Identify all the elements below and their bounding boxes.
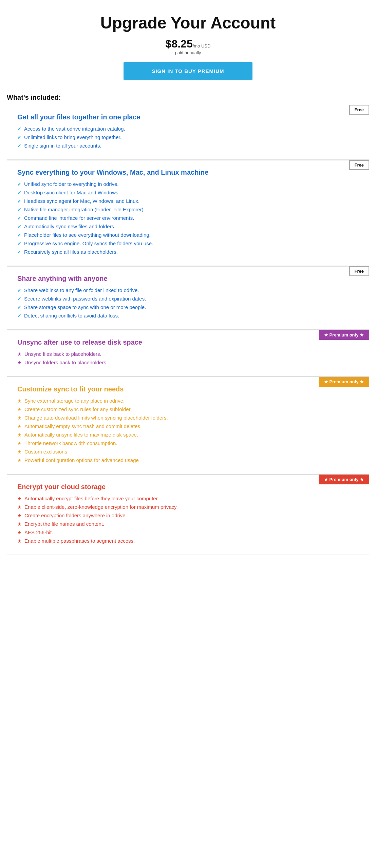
list-item: ✔Unified sync folder to everything in od… xyxy=(17,181,359,187)
feature-text: Native file manager integration (Finder,… xyxy=(24,207,145,212)
check-icon: ✔ xyxy=(17,207,21,212)
section-content-encrypt: Encrypt your cloud storage★Automatically… xyxy=(7,475,369,555)
check-icon: ✔ xyxy=(17,232,21,238)
list-item: ✔Automatically sync new files and folder… xyxy=(17,224,359,229)
star-icon: ★ xyxy=(17,513,22,518)
star-icon: ★ xyxy=(17,360,22,365)
section-encrypt: ★ Premium only ★Encrypt your cloud stora… xyxy=(7,475,369,555)
star-icon: ★ xyxy=(17,530,22,535)
list-item: ✔Desktop sync client for Mac and Windows… xyxy=(17,190,359,195)
feature-text: Headless sync agent for Mac, Windows, an… xyxy=(24,198,139,204)
section-content-share-anything: Share anything with anyone✔Share weblink… xyxy=(7,267,369,329)
feature-text: Recursively sync all files as placeholde… xyxy=(24,249,118,255)
star-icon: ★ xyxy=(17,441,22,446)
feature-list-encrypt: ★Automatically encrypt files before they… xyxy=(17,496,359,544)
feature-text: Placeholder files to see everything with… xyxy=(24,232,151,238)
feature-text: Desktop sync client for Mac and Windows. xyxy=(24,190,120,195)
feature-text: Progressive sync engine. Only syncs the … xyxy=(24,240,153,246)
check-icon: ✔ xyxy=(17,241,21,246)
section-heading-files-together: Get all your files together in one place xyxy=(17,113,359,121)
list-item: ★Powerful configuration options for adva… xyxy=(17,457,359,463)
feature-text: Automatically encrypt files before they … xyxy=(24,496,159,501)
cta-button[interactable]: SIGN IN TO BUY PREMIUM xyxy=(124,62,252,80)
section-content-customize-sync: Customize sync to fit your needs★Sync ex… xyxy=(7,377,369,474)
star-icon: ★ xyxy=(17,449,22,455)
feature-text: Throttle network bandwidth consumption. xyxy=(24,440,117,446)
check-icon: ✔ xyxy=(17,296,21,302)
star-icon: ★ xyxy=(17,458,22,463)
list-item: ★Create encryption folders anywhere in o… xyxy=(17,513,359,518)
whats-included-heading: What's included: xyxy=(7,94,369,101)
star-icon: ★ xyxy=(17,504,22,510)
check-icon: ✔ xyxy=(17,190,21,195)
list-item: ★Unsync folders back to placeholders. xyxy=(17,360,359,365)
check-icon: ✔ xyxy=(17,135,21,140)
sections-container: FreeGet all your files together in one p… xyxy=(7,105,369,555)
star-icon: ★ xyxy=(17,415,22,421)
section-badge-customize-sync: ★ Premium only ★ xyxy=(319,377,369,387)
section-files-together: FreeGet all your files together in one p… xyxy=(7,105,369,160)
list-item: ✔Progressive sync engine. Only syncs the… xyxy=(17,240,359,246)
feature-text: Unified sync folder to everything in odr… xyxy=(24,181,118,187)
star-icon: ★ xyxy=(17,407,22,412)
price-block: $8.25/mo USD paid annually xyxy=(7,38,369,55)
feature-text: AES 256-bit. xyxy=(24,529,53,535)
feature-text: Encrypt the file names and content. xyxy=(24,521,104,527)
feature-text: Share weblinks to any file or folder lin… xyxy=(24,287,139,293)
star-icon: ★ xyxy=(17,538,22,544)
feature-text: Command line interface for server enviro… xyxy=(24,215,134,221)
star-icon: ★ xyxy=(17,521,22,527)
list-item: ★Automatically encrypt files before they… xyxy=(17,496,359,501)
page-container: Upgrade Your Account $8.25/mo USD paid a… xyxy=(0,0,376,568)
check-icon: ✔ xyxy=(17,305,21,310)
section-unsync: ★ Premium only ★Unsync after use to rele… xyxy=(7,330,369,377)
list-item: ★Sync external storage to any place in o… xyxy=(17,398,359,404)
section-badge-sync-machines: Free xyxy=(349,160,369,170)
feature-text: Automatically empty sync trash and commi… xyxy=(24,423,142,429)
section-badge-unsync: ★ Premium only ★ xyxy=(319,330,369,340)
list-item: ★Encrypt the file names and content. xyxy=(17,521,359,527)
list-item: ★Enable client-side, zero-knowledge encr… xyxy=(17,504,359,510)
list-item: ★Automatically empty sync trash and comm… xyxy=(17,423,359,429)
check-icon: ✔ xyxy=(17,249,21,255)
star-icon: ★ xyxy=(17,496,22,501)
list-item: ★Enable multiple passphrases to segment … xyxy=(17,538,359,544)
list-item: ✔Single sign-in to all your accounts. xyxy=(17,143,359,149)
list-item: ✔Headless sync agent for Mac, Windows, a… xyxy=(17,198,359,204)
section-badge-encrypt: ★ Premium only ★ xyxy=(319,475,369,484)
list-item: ★Throttle network bandwidth consumption. xyxy=(17,440,359,446)
feature-text: Create customized sync rules for any sub… xyxy=(24,406,132,412)
list-item: ✔Unlimited links to bring everything tog… xyxy=(17,134,359,140)
list-item: ✔Access to the vast odrive integration c… xyxy=(17,126,359,132)
list-item: ✔Secure weblinks with passwords and expi… xyxy=(17,296,359,302)
check-icon: ✔ xyxy=(17,224,21,229)
list-item: ★Unsync files back to placeholders. xyxy=(17,351,359,357)
section-heading-sync-machines: Sync everything to your Windows, Mac, an… xyxy=(17,169,359,176)
section-heading-encrypt: Encrypt your cloud storage xyxy=(17,483,359,491)
check-icon: ✔ xyxy=(17,198,21,204)
feature-text: Automatically sync new files and folders… xyxy=(24,224,115,229)
section-badge-share-anything: Free xyxy=(349,266,369,276)
feature-text: Enable client-side, zero-knowledge encry… xyxy=(24,504,178,510)
section-share-anything: FreeShare anything with anyone✔Share web… xyxy=(7,266,369,330)
list-item: ★AES 256-bit. xyxy=(17,529,359,535)
feature-text: Custom exclusions xyxy=(24,449,67,455)
list-item: ★Automatically unsync files to maximize … xyxy=(17,432,359,438)
section-customize-sync: ★ Premium only ★Customize sync to fit yo… xyxy=(7,377,369,474)
feature-text: Unsync files back to placeholders. xyxy=(24,351,101,357)
list-item: ★Create customized sync rules for any su… xyxy=(17,406,359,412)
price-billing: paid annually xyxy=(7,50,369,55)
feature-text: Secure weblinks with passwords and expir… xyxy=(24,296,146,302)
list-item: ★Change auto download limits when syncin… xyxy=(17,415,359,421)
feature-text: Unsync folders back to placeholders. xyxy=(24,360,108,365)
price-amount: $8.25/mo USD xyxy=(166,43,211,49)
page-title: Upgrade Your Account xyxy=(7,14,369,32)
feature-text: Single sign-in to all your accounts. xyxy=(24,143,101,149)
feature-text: Access to the vast odrive integration ca… xyxy=(24,126,125,132)
check-icon: ✔ xyxy=(17,126,21,132)
star-icon: ★ xyxy=(17,432,22,438)
feature-text: Powerful configuration options for advan… xyxy=(24,457,139,463)
section-sync-machines: FreeSync everything to your Windows, Mac… xyxy=(7,160,369,266)
star-icon: ★ xyxy=(17,398,22,404)
feature-text: Enable multiple passphrases to segment a… xyxy=(24,538,135,544)
